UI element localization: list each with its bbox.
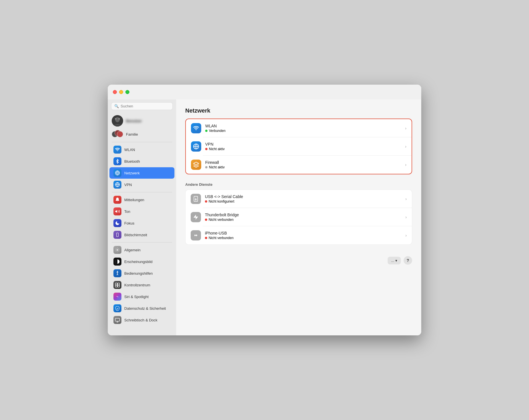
search-icon: 🔍 xyxy=(114,104,119,108)
sidebar-item-bedienungshilfen[interactable]: Bedienungshilfen xyxy=(109,268,174,279)
kontrollzentrum-icon xyxy=(113,281,121,289)
svg-point-2 xyxy=(115,118,117,120)
maximize-button[interactable] xyxy=(125,90,129,94)
sidebar-item-label-kontrollzentrum: Kontrollzentrum xyxy=(124,283,150,287)
card-item-wlan[interactable]: WLAN Verbunden › xyxy=(186,119,412,137)
sidebar-divider-3 xyxy=(112,242,172,242)
card-item-firewall[interactable]: Firewall Nicht aktiv › xyxy=(186,156,412,174)
card-item-iphoneusb[interactable]: iPhone-USB Nicht verbunden › xyxy=(186,226,412,244)
sidebar-item-label-datenschutz: Datenschutz & Sicherheit xyxy=(124,306,166,311)
sidebar-item-bildschirmzeit[interactable]: Bildschirmzeit xyxy=(109,229,174,240)
thunderbolt-chevron-icon: › xyxy=(405,215,407,219)
sidebar-item-erscheinungsbild[interactable]: Erscheinungsbild xyxy=(109,256,174,267)
sidebar-item-kontrollzentrum[interactable]: Kontrollzentrum xyxy=(109,279,174,291)
svg-point-1 xyxy=(115,117,120,122)
chevron-down-icon: ▾ xyxy=(395,258,397,263)
page-title: Netzwerk xyxy=(185,107,412,114)
sidebar-item-siri[interactable]: Siri & Spotlight xyxy=(109,291,174,302)
traffic-lights xyxy=(113,90,129,94)
family-avatars xyxy=(112,130,123,138)
vpn-status-dot xyxy=(205,148,207,150)
titlebar xyxy=(108,85,421,99)
bluetooth-icon xyxy=(113,157,121,165)
card-vpn-name: VPN xyxy=(205,142,401,146)
firewall-chevron-icon: › xyxy=(405,162,406,167)
more-button[interactable]: ... ▾ xyxy=(388,257,401,264)
usb-status-dot xyxy=(205,200,207,203)
card-thunderbolt-name: Thunderbolt Bridge xyxy=(205,213,401,217)
svg-point-4 xyxy=(117,151,118,152)
card-wlan-name: WLAN xyxy=(205,124,401,128)
card-item-usb[interactable]: USB <-> Serial Cable Nicht konfiguriert … xyxy=(186,190,412,208)
card-usb-status: Nicht konfiguriert xyxy=(205,199,401,203)
card-thunderbolt-status: Nicht verbunden xyxy=(205,218,401,222)
sidebar-item-bluetooth[interactable]: Bluetooth xyxy=(109,156,174,167)
wlan-status-dot xyxy=(205,130,207,132)
sidebar-item-label-bildschirmzeit: Bildschirmzeit xyxy=(124,233,147,237)
search-input[interactable] xyxy=(121,104,170,108)
sidebar-item-vpn[interactable]: VPN xyxy=(109,179,174,190)
vpn-chevron-icon: › xyxy=(405,144,406,149)
card-vpn-text: VPN Nicht aktiv xyxy=(205,142,401,151)
fokus-icon xyxy=(113,219,121,227)
netzwerk-icon xyxy=(113,169,121,177)
card-thunderbolt-icon xyxy=(191,212,201,222)
wlan-chevron-icon: › xyxy=(405,126,406,131)
vpn-icon xyxy=(113,181,121,189)
svg-marker-9 xyxy=(115,210,117,213)
usb-chevron-icon: › xyxy=(405,197,407,201)
search-bar[interactable]: 🔍 xyxy=(111,102,173,110)
sidebar-item-schreibtisch[interactable]: Schreibtisch & Dock xyxy=(109,314,174,326)
sidebar-item-label-bedienungshilfen: Bedienungshilfen xyxy=(124,271,153,276)
card-firewall-text: Firewall Nicht aktiv xyxy=(205,160,401,169)
svg-point-3 xyxy=(118,118,120,120)
card-iphoneusb-icon xyxy=(191,230,201,240)
sidebar-item-label-siri: Siri & Spotlight xyxy=(124,295,148,299)
card-wlan-icon xyxy=(191,123,201,133)
network-services-group: WLAN Verbunden › xyxy=(185,119,412,174)
minimize-button[interactable] xyxy=(119,90,123,94)
sidebar-item-label-netzwerk: Netzwerk xyxy=(124,171,140,175)
sidebar-item-label-erscheinungsbild: Erscheinungsbild xyxy=(124,260,152,264)
sidebar-item-mitteilungen[interactable]: Mitteilungen xyxy=(109,194,174,205)
sidebar-username: Benutzer xyxy=(126,119,142,123)
sidebar-item-allgemein[interactable]: Allgemein xyxy=(109,244,174,256)
card-thunderbolt-text: Thunderbolt Bridge Nicht verbunden xyxy=(205,213,401,222)
iphoneusb-status-dot xyxy=(205,237,207,239)
sidebar-item-label-fokus: Fokus xyxy=(124,221,134,225)
window-content: 🔍 Benutzer xyxy=(108,99,421,335)
svg-rect-16 xyxy=(118,283,120,285)
help-button[interactable]: ? xyxy=(404,256,412,265)
firewall-status-text: Nicht aktiv xyxy=(209,165,225,169)
sidebar-item-netzwerk[interactable]: Netzwerk xyxy=(109,167,174,179)
card-item-thunderbolt[interactable]: Thunderbolt Bridge Nicht verbunden › xyxy=(186,208,412,226)
card-usb-icon xyxy=(191,194,201,204)
sidebar-item-familie[interactable]: Familie xyxy=(108,128,176,140)
card-wlan-status: Verbunden xyxy=(205,129,401,133)
svg-rect-20 xyxy=(115,318,120,321)
thunderbolt-status-dot xyxy=(205,219,207,221)
card-item-vpn[interactable]: VPN Nicht aktiv › xyxy=(186,137,412,156)
sidebar-item-ton[interactable]: Ton xyxy=(109,206,174,217)
other-services-group: USB <-> Serial Cable Nicht konfiguriert … xyxy=(185,189,412,245)
other-services-title: Andere Dienste xyxy=(185,182,412,187)
close-button[interactable] xyxy=(113,90,117,94)
sidebar-item-fokus[interactable]: Fokus xyxy=(109,217,174,229)
siri-icon xyxy=(113,293,121,301)
card-vpn-status: Nicht aktiv xyxy=(205,147,401,151)
iphoneusb-chevron-icon: › xyxy=(405,233,407,238)
sidebar-item-datenschutz[interactable]: Datenschutz & Sicherheit xyxy=(109,303,174,314)
allgemein-icon xyxy=(113,246,121,254)
bildschirmzeit-icon xyxy=(113,231,121,239)
bedienungshilfen-icon xyxy=(113,269,121,277)
schreibtisch-icon xyxy=(113,316,121,324)
sidebar-item-wlan[interactable]: WLAN xyxy=(109,144,174,155)
sidebar-item-user[interactable]: Benutzer xyxy=(108,113,176,128)
erscheinungsbild-icon xyxy=(113,258,121,266)
sidebar-item-label-allgemein: Allgemein xyxy=(124,248,141,252)
sidebar-divider-1 xyxy=(112,142,172,142)
svg-point-23 xyxy=(196,130,196,131)
card-iphoneusb-text: iPhone-USB Nicht verbunden xyxy=(205,231,401,240)
sidebar-item-label-ton: Ton xyxy=(124,209,130,214)
svg-marker-29 xyxy=(194,215,198,220)
